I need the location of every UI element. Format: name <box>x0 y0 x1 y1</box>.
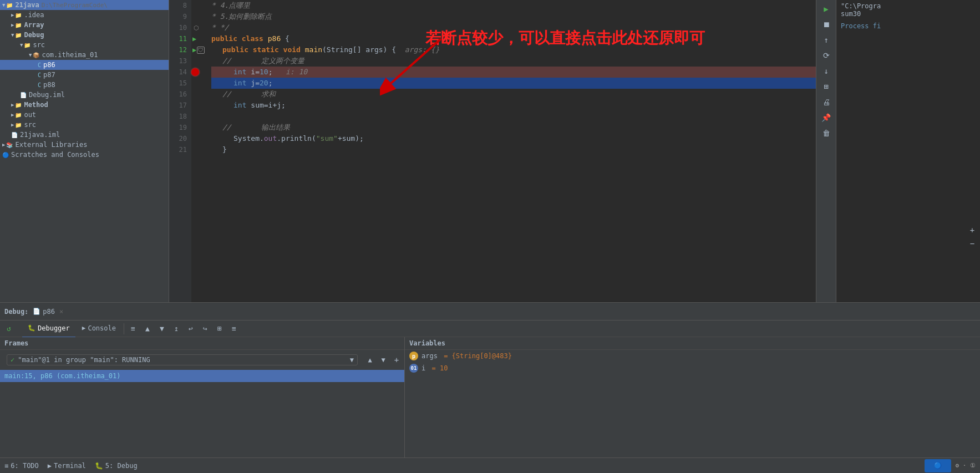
status-todo[interactable]: ≡ 6: TODO <box>4 462 39 470</box>
gutter-column[interactable]: ⬡ ▶ ▶ 🛡 <box>191 0 207 302</box>
project-tree[interactable]: ▼ 📁 21java D:\TheProgramCode\ ▶ 📁 .idea … <box>0 0 169 302</box>
output-process: Process fi <box>841 22 976 30</box>
code-editor[interactable]: * 4.点哪里 * 5.如何删除断点 * */ public class p86… <box>207 0 816 302</box>
project-icon: 📁 <box>6 2 13 8</box>
sidebar-item-src2[interactable]: ▶ 📁 src <box>0 120 169 130</box>
code-container[interactable]: 8 9 10 11 12 13 14 15 16 17 18 19 20 21 <box>169 0 816 302</box>
print-button[interactable]: 🖨 <box>819 95 834 109</box>
variable-args[interactable]: p args = {String[0]@483} <box>405 350 980 362</box>
stop-button[interactable]: ⏹ <box>819 18 834 31</box>
status-debug[interactable]: 🐛 5: Debug <box>95 462 138 470</box>
gutter-14-breakpoint[interactable] <box>191 67 207 78</box>
console-tab-icon: ▶ <box>82 324 86 332</box>
variable-i[interactable]: 01 i = 10 <box>405 362 980 374</box>
sidebar-item-p86[interactable]: C p86 <box>0 60 169 70</box>
debug-tabs-bar: Debug: 📄 p86 × <box>0 303 980 321</box>
sidebar-item-debug-iml[interactable]: 📄 Debug.iml <box>0 90 169 100</box>
up-button[interactable]: ↑ <box>819 33 834 47</box>
p86-tab-icon: 📄 <box>33 308 40 315</box>
badge-icon: 🔵 <box>934 462 942 469</box>
breakpoint-indicator[interactable] <box>191 68 199 76</box>
settings-btn[interactable]: ≡ <box>227 322 241 335</box>
sidebar-item-com-itheima[interactable]: ▼ 📦 com.itheima_01 <box>0 50 169 60</box>
close-tab-btn[interactable]: × <box>59 308 63 316</box>
expand-arrow-method: ▶ <box>11 102 14 108</box>
sidebar-item-src[interactable]: ▼ 📁 src <box>0 40 169 50</box>
delete-button[interactable]: 🗑 <box>819 126 834 140</box>
code-line-9: * 5.如何删除断点 <box>211 11 816 22</box>
debug-p86-tab[interactable]: 📄 p86 × <box>33 308 63 316</box>
sidebar-item-idea[interactable]: ▶ 📁 .idea <box>0 10 169 20</box>
status-terminal[interactable]: ▶ Terminal <box>48 462 86 470</box>
debug-iml-icon: 📄 <box>20 92 27 98</box>
sidebar-item-p87[interactable]: C p87 <box>0 70 169 80</box>
scratch-icon: 🔵 <box>2 152 9 158</box>
frames-controls: ✓ "main"@1 in group "main": RUNNING ▼ ▲ … <box>2 352 402 368</box>
step-into-btn[interactable]: ▲ <box>141 322 154 335</box>
frames-panel: Frames ✓ "main"@1 in group "main": RUNNI… <box>0 337 405 457</box>
reload-debug-btn[interactable]: ↺ <box>2 322 16 335</box>
sidebar-item-array[interactable]: ▶ 📁 Array <box>0 20 169 30</box>
debug-label: Debug: <box>4 308 28 316</box>
sidebar-item-p88[interactable]: C p88 <box>0 80 169 90</box>
console-tab[interactable]: ▶ Console <box>77 320 121 338</box>
gutter-8 <box>191 0 207 11</box>
status-bar: ≡ 6: TODO ▶ Terminal 🐛 5: Debug 🔵 ⚙ · ① <box>0 457 980 473</box>
frames-btn[interactable]: ⊞ <box>213 322 226 335</box>
sidebar-item-21java-iml[interactable]: 📄 21java.iml <box>0 130 169 140</box>
code-line-15: int j=20; <box>211 78 816 89</box>
code-line-18 <box>211 111 816 122</box>
thread-dropdown[interactable]: ✓ "main"@1 in group "main": RUNNING ▼ <box>7 354 358 365</box>
frame-up-btn[interactable]: ▲ <box>364 354 375 365</box>
expand-arrow: ▼ <box>2 2 5 8</box>
expand-arrow-out: ▶ <box>11 112 14 118</box>
line-num-14: 14 <box>169 67 187 78</box>
code-line-20: System.out.println("sum"+sum); <box>211 133 816 144</box>
sidebar-item-scratches[interactable]: 🔵 Scratches and Consoles <box>0 150 169 160</box>
run-button[interactable]: ▶ <box>819 2 834 16</box>
sidebar-item-debug[interactable]: ▼ 📁 Debug <box>0 30 169 40</box>
debugger-tab[interactable]: 🐛 Debugger <box>22 320 75 338</box>
frame-down-btn[interactable]: ▼ <box>378 354 389 365</box>
step-out-btn[interactable]: ▼ <box>155 322 169 335</box>
run-to-cursor-btn[interactable]: ↥ <box>170 322 183 335</box>
code-line-11: public class p86 { <box>211 33 816 44</box>
step-over-btn[interactable]: ≡ <box>126 322 140 335</box>
force-step-btn[interactable]: ↪ <box>199 322 212 335</box>
line-num-12: 12 <box>169 44 187 55</box>
evaluate-btn[interactable]: ↩ <box>184 322 197 335</box>
sidebar-item-method[interactable]: ▶ 📁 Method <box>0 100 169 110</box>
idea-folder-icon: 📁 <box>15 12 22 18</box>
expand-arrow-src: ▼ <box>20 42 23 48</box>
frame-item-main[interactable]: main:15, p86 (com.itheima_01) <box>0 370 404 382</box>
gutter-15 <box>191 78 207 89</box>
p88-java-icon: C <box>38 82 41 88</box>
terminal-icon: ▶ <box>48 462 52 470</box>
grid-button[interactable]: ⊞ <box>819 80 834 93</box>
line-num-8: 8 <box>169 0 187 11</box>
code-line-21: } <box>211 144 816 155</box>
line-num-19: 19 <box>169 122 187 133</box>
pin-button[interactable]: 📌 <box>819 111 834 124</box>
var-p-badge: p <box>409 352 418 360</box>
sidebar-item-external-libs[interactable]: ▶ 📚 External Libraries <box>0 140 169 150</box>
expand-arrow-src2: ▶ <box>11 122 14 128</box>
bottom-settings[interactable]: ⚙ · ① <box>956 462 976 469</box>
bottom-right-badge[interactable]: 🔵 <box>925 459 951 472</box>
out-folder-icon: 📁 <box>15 112 22 118</box>
sidebar-item-out[interactable]: ▶ 📁 out <box>0 110 169 120</box>
add-frame-btn[interactable]: + <box>391 354 402 365</box>
line-num-13: 13 <box>169 55 187 67</box>
bottom-right-icons: 🔵 ⚙ · ① <box>925 459 976 472</box>
line-num-18: 18 <box>169 111 187 122</box>
down-button[interactable]: ↓ <box>819 64 834 78</box>
line-numbers: 8 9 10 11 12 13 14 15 16 17 18 19 20 21 <box>169 0 191 302</box>
debug-panel: Debug: 📄 p86 × ↺ 🐛 Debugger ▶ Console ≡ … <box>0 302 980 457</box>
rerun-button[interactable]: ⟳ <box>819 49 834 62</box>
sidebar-item-21java[interactable]: ▼ 📁 21java D:\TheProgramCode\ <box>0 0 169 10</box>
debug-toolbar: ↺ 🐛 Debugger ▶ Console ≡ ▲ ▼ ↥ ↩ ↪ ⊞ ≡ <box>0 321 980 337</box>
gutter-10: ⬡ <box>191 22 207 33</box>
variables-list: p args = {String[0]@483} 01 i = 10 <box>405 350 980 457</box>
output-panel: "C:\Progra sum30 Process fi <box>836 0 980 302</box>
line-num-17: 17 <box>169 100 187 111</box>
